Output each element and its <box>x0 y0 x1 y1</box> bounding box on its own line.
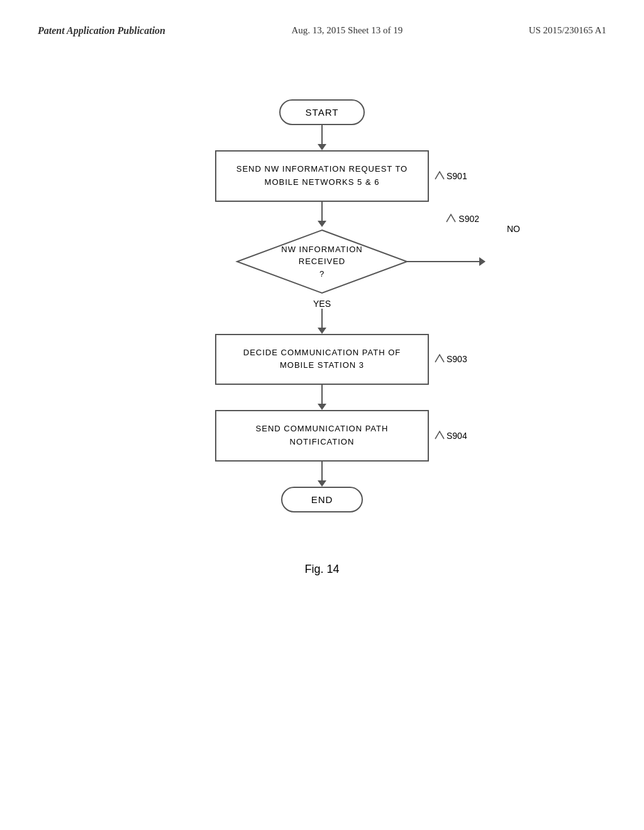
header-right: US 2015/230165 A1 <box>529 25 606 36</box>
arrow-start-to-s901 <box>318 125 326 150</box>
header-left: Patent Application Publication <box>38 25 165 36</box>
s902-label-container: S902 <box>445 213 479 224</box>
s902-area: S902 NW INFORMATION RECEIVED ? NO YES <box>234 227 410 309</box>
no-arrow-container <box>407 257 486 266</box>
arrow-s903-to-s904 <box>318 385 326 410</box>
s903-tick-icon <box>434 353 445 365</box>
arrow-s901-to-s902 <box>318 202 326 227</box>
s901-process: SEND NW INFORMATION REQUEST TO MOBILE NE… <box>215 150 429 202</box>
s902-label: S902 <box>458 214 479 224</box>
s902-text-line1: NW INFORMATION RECEIVED <box>281 244 362 266</box>
s904-text-line1: SEND COMMUNICATION PATH NOTIFICATION <box>256 424 389 446</box>
s902-text: NW INFORMATION RECEIVED ? <box>278 243 366 280</box>
s901-wrapper: SEND NW INFORMATION REQUEST TO MOBILE NE… <box>215 150 429 202</box>
s904-tick-icon <box>434 430 445 441</box>
s902-tick-icon <box>445 213 457 224</box>
s901-text-line1: SEND NW INFORMATION REQUEST TO <box>236 164 408 174</box>
s903-text-line2: MOBILE STATION 3 <box>280 360 364 370</box>
s901-tick-icon <box>434 170 445 182</box>
s903-wrapper: DECIDE COMMUNICATION PATH OF MOBILE STAT… <box>215 334 429 385</box>
s903-process: DECIDE COMMUNICATION PATH OF MOBILE STAT… <box>215 334 429 385</box>
no-label: NO <box>507 224 520 234</box>
s901-text-line2: MOBILE NETWORKS 5 & 6 <box>265 177 380 187</box>
yes-label: YES <box>313 299 331 309</box>
s904-wrapper: SEND COMMUNICATION PATH NOTIFICATION S90… <box>215 410 429 462</box>
s904-process: SEND COMMUNICATION PATH NOTIFICATION <box>215 410 429 462</box>
no-arrowhead <box>479 257 486 266</box>
header-center: Aug. 13, 2015 Sheet 13 of 19 <box>291 25 402 36</box>
s902-text-line2: ? <box>319 268 325 278</box>
page-header: Patent Application Publication Aug. 13, … <box>0 0 644 49</box>
figure-caption: Fig. 14 <box>304 563 339 576</box>
s903-label: S903 <box>434 353 467 365</box>
arrow-s904-to-end <box>318 462 326 487</box>
arrow-s902-to-s903 <box>318 309 326 334</box>
s902-diamond: NW INFORMATION RECEIVED ? NO <box>234 227 410 296</box>
s903-text-line1: DECIDE COMMUNICATION PATH OF <box>243 348 401 357</box>
flowchart-diagram: START SEND NW INFORMATION REQUEST TO MOB… <box>0 99 644 576</box>
s901-label: S901 <box>434 170 467 182</box>
start-node: START <box>279 99 365 125</box>
s904-label: S904 <box>434 430 467 441</box>
no-line <box>407 261 479 262</box>
end-node: END <box>281 487 363 512</box>
